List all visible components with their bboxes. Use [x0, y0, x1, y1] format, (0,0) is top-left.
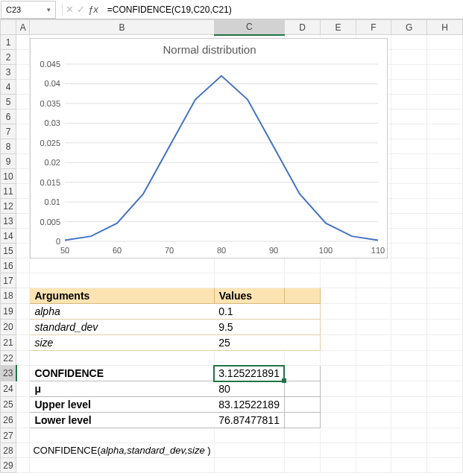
cell-E16[interactable]	[321, 258, 356, 273]
row-header-18[interactable]: 18	[1, 288, 16, 304]
cell-B21[interactable]: size	[30, 335, 214, 351]
cell-D23[interactable]	[284, 366, 320, 381]
row-header-29[interactable]: 29	[1, 458, 16, 473]
cell-C22[interactable]	[214, 351, 284, 366]
cell-E28[interactable]	[321, 443, 356, 458]
cell-F23[interactable]	[356, 366, 391, 381]
cell-H9[interactable]	[427, 154, 463, 169]
cell-G29[interactable]	[391, 458, 427, 473]
cell-D20[interactable]	[284, 320, 320, 335]
cell-G3[interactable]	[391, 65, 427, 80]
fx-icon[interactable]: ƒx	[88, 4, 98, 15]
chart-normal-distribution[interactable]: 00.0050.010.0150.020.0250.030.0350.040.0…	[30, 38, 388, 258]
cell-C27[interactable]	[214, 428, 284, 443]
cell-H8[interactable]	[427, 139, 463, 154]
cell-B26[interactable]: Lower level	[30, 413, 214, 428]
cell-H7[interactable]	[427, 124, 463, 139]
cell-A6[interactable]	[16, 110, 30, 124]
cell-E24[interactable]	[321, 381, 356, 397]
col-header-E[interactable]: E	[321, 20, 356, 35]
name-box[interactable]: C23 ▾	[1, 1, 56, 19]
cell-H20[interactable]	[427, 320, 463, 335]
cell-C26[interactable]: 76.87477811	[214, 413, 284, 428]
cell-F27[interactable]	[356, 428, 391, 443]
cell-G14[interactable]	[391, 229, 427, 244]
cell-E21[interactable]	[321, 335, 356, 351]
cell-G15[interactable]	[391, 244, 427, 258]
cell-D24[interactable]	[284, 381, 320, 397]
row-header-16[interactable]: 16	[1, 258, 16, 273]
cell-A14[interactable]	[16, 229, 30, 244]
cell-H24[interactable]	[427, 381, 463, 397]
cell-C25[interactable]: 83.12522189	[214, 397, 284, 413]
cell-G9[interactable]	[391, 154, 427, 169]
cell-H11[interactable]	[427, 184, 463, 199]
cell-A24[interactable]	[16, 381, 30, 397]
cell-B1[interactable]: 00.0050.010.0150.020.0250.030.0350.040.0…	[30, 35, 214, 50]
cell-H15[interactable]	[427, 244, 463, 258]
row-header-10[interactable]: 10	[1, 169, 16, 184]
cell-A15[interactable]	[16, 244, 30, 258]
cell-F28[interactable]	[356, 443, 391, 458]
cell-D19[interactable]	[284, 304, 320, 320]
cell-B27[interactable]	[30, 428, 214, 443]
cell-C24[interactable]: 80	[214, 381, 284, 397]
cell-D25[interactable]	[284, 397, 320, 413]
enter-icon[interactable]: ✓	[77, 4, 85, 15]
col-header-A[interactable]: A	[16, 20, 30, 35]
cell-D18[interactable]	[284, 288, 320, 304]
row-header-12[interactable]: 12	[1, 199, 16, 214]
row-header-1[interactable]: 1	[1, 35, 16, 50]
cell-B16[interactable]	[30, 258, 214, 273]
cell-H22[interactable]	[427, 351, 463, 366]
cell-A2[interactable]	[16, 50, 30, 65]
cell-B24[interactable]: μ	[30, 381, 214, 397]
cancel-icon[interactable]: ✕	[66, 4, 74, 15]
cell-A21[interactable]	[16, 335, 30, 351]
cell-H23[interactable]	[427, 366, 463, 381]
cell-F21[interactable]	[356, 335, 391, 351]
cell-A29[interactable]	[16, 458, 30, 473]
cell-H4[interactable]	[427, 80, 463, 95]
cell-D29[interactable]	[284, 458, 320, 473]
cell-H2[interactable]	[427, 50, 463, 65]
cell-G19[interactable]	[391, 304, 427, 320]
cell-E23[interactable]	[321, 366, 356, 381]
cell-A3[interactable]	[16, 65, 30, 80]
cell-A28[interactable]	[16, 443, 30, 458]
cell-G10[interactable]	[391, 169, 427, 184]
cell-D28[interactable]	[284, 443, 320, 458]
cell-G18[interactable]	[391, 288, 427, 304]
row-header-3[interactable]: 3	[1, 65, 16, 80]
cell-B28[interactable]: CONFIDENCE(alpha,standard_dev,size )	[30, 443, 214, 458]
cell-E29[interactable]	[321, 458, 356, 473]
row-header-7[interactable]: 7	[1, 124, 16, 139]
cell-G2[interactable]	[391, 50, 427, 65]
cell-G12[interactable]	[391, 199, 427, 214]
row-header-4[interactable]: 4	[1, 80, 16, 95]
cell-B17[interactable]	[30, 273, 214, 288]
cell-H3[interactable]	[427, 65, 463, 80]
cell-H25[interactable]	[427, 397, 463, 413]
cell-G21[interactable]	[391, 335, 427, 351]
row-header-8[interactable]: 8	[1, 139, 16, 154]
cell-H28[interactable]	[427, 443, 463, 458]
cell-A25[interactable]	[16, 397, 30, 413]
name-box-dropdown-icon[interactable]: ▾	[47, 6, 51, 13]
cell-D26[interactable]	[284, 413, 320, 428]
cell-F16[interactable]	[356, 258, 391, 273]
cell-D22[interactable]	[284, 351, 320, 366]
cell-A8[interactable]	[16, 139, 30, 154]
cell-G7[interactable]	[391, 124, 427, 139]
cell-A18[interactable]	[16, 288, 30, 304]
cell-C29[interactable]	[214, 458, 284, 473]
cell-A22[interactable]	[16, 351, 30, 366]
cell-A5[interactable]	[16, 95, 30, 110]
cell-F29[interactable]	[356, 458, 391, 473]
cell-C23[interactable]: 3.125221891	[214, 366, 284, 381]
cell-A7[interactable]	[16, 124, 30, 139]
cell-B22[interactable]	[30, 351, 214, 366]
cell-H21[interactable]	[427, 335, 463, 351]
col-header-D[interactable]: D	[284, 20, 320, 35]
cell-G4[interactable]	[391, 80, 427, 95]
